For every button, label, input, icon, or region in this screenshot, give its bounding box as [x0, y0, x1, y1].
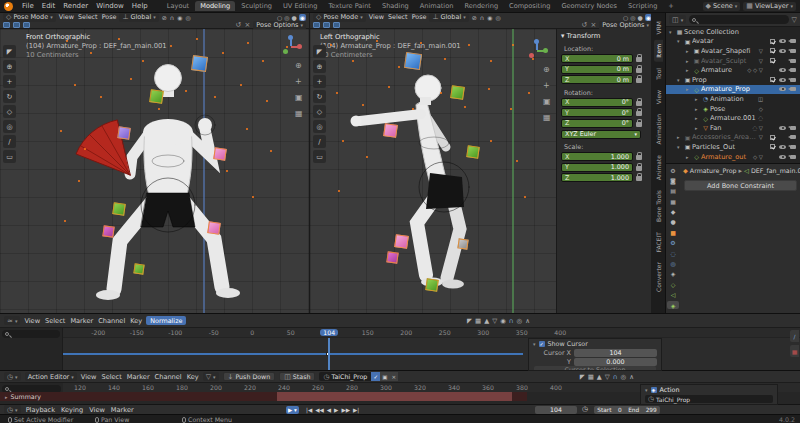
- location-field[interactable]: Z0 m: [561, 75, 633, 84]
- sidebar-tab[interactable]: Tool: [654, 64, 663, 84]
- graph-header-icon[interactable]: ∧: [525, 317, 530, 325]
- viewport-side-icons[interactable]: ⊕ + ▣ ▦: [295, 61, 303, 118]
- graph-header-icon[interactable]: ∩: [509, 317, 514, 325]
- cursor-y-field[interactable]: 0.000: [574, 358, 657, 366]
- viewport-menu[interactable]: Select: [78, 13, 98, 21]
- unlink-action-icon[interactable]: ×: [389, 372, 398, 381]
- viewport-tool-button[interactable]: +: [3, 75, 16, 88]
- outliner-row[interactable]: ▾ ▦ Scene Collection: [666, 27, 800, 37]
- action-name-field[interactable]: ◷TaiChi_Prop: [319, 372, 371, 381]
- camera-icon[interactable]: [790, 126, 796, 130]
- graph-header-icon[interactable]: ▽: [492, 317, 497, 325]
- tool-setting-icon[interactable]: [13, 22, 20, 28]
- scene-selector[interactable]: ◆Scene▾: [703, 2, 741, 11]
- lock-icon[interactable]: [636, 111, 642, 116]
- workspace-tab[interactable]: Modeling: [195, 1, 235, 11]
- camera-icon[interactable]: [790, 155, 796, 159]
- viewport-tool-button[interactable]: ⊕: [3, 60, 16, 73]
- checkbox-icon[interactable]: [770, 77, 775, 82]
- camera-icon[interactable]: [790, 145, 796, 149]
- properties-tab-icon[interactable]: ◁: [667, 291, 679, 299]
- shading-icon[interactable]: ◉: [299, 14, 306, 21]
- outliner-row[interactable]: ▸ ▣ Accessories_Area_Reference ▽: [666, 133, 800, 143]
- sidebar-tab[interactable]: VRM: [654, 17, 663, 38]
- transport-button[interactable]: ◀: [327, 407, 331, 413]
- frame-range-fields[interactable]: Start0 End299: [594, 406, 660, 414]
- dope-menu[interactable]: Key: [187, 373, 199, 381]
- auto-key-icon[interactable]: ◷: [582, 405, 588, 413]
- outliner-row[interactable]: ▸ ◔ Animation ◫: [666, 94, 800, 104]
- camera-icon[interactable]: [790, 87, 796, 91]
- dope-menu[interactable]: Channel: [155, 373, 182, 381]
- workspace-tab[interactable]: Texture Paint: [323, 1, 376, 11]
- outliner-row[interactable]: ▸ ▣ Avatar_Shapefi ▽: [666, 46, 800, 56]
- camera-icon[interactable]: [790, 49, 796, 53]
- workspace-tab[interactable]: Layout: [162, 1, 194, 11]
- viewport-tool-button[interactable]: ◇: [3, 105, 16, 118]
- properties-tab-icon[interactable]: ◙: [667, 176, 679, 184]
- navigation-gizmo[interactable]: [526, 39, 548, 61]
- viewport-tool-button[interactable]: ◤: [3, 45, 16, 58]
- checkbox-icon[interactable]: [770, 144, 775, 149]
- checkbox-icon[interactable]: [770, 58, 775, 63]
- outliner-row[interactable]: ▸ ◇ Armature_Prop: [666, 85, 800, 95]
- rotation-field[interactable]: Z0°: [561, 119, 633, 128]
- snap-icon[interactable]: ∩: [480, 14, 484, 21]
- lock-icon[interactable]: [636, 166, 642, 171]
- viewport-tool-button[interactable]: ◎: [313, 120, 326, 133]
- timeline-menu[interactable]: Playback: [26, 406, 55, 414]
- snap-icon[interactable]: ◉: [487, 14, 492, 21]
- fake-user-toggle[interactable]: ✓: [371, 372, 380, 381]
- properties-tab-icon[interactable]: ●: [667, 218, 679, 226]
- properties-tab-icon[interactable]: ◈: [667, 270, 679, 278]
- outliner-search-input[interactable]: [689, 15, 788, 24]
- lock-icon[interactable]: [636, 155, 642, 160]
- graph-header-icon[interactable]: ▦: [475, 317, 481, 325]
- drivers-tab-icon[interactable]: ▦: [790, 345, 799, 357]
- viewport-side-icons[interactable]: ⊕ + ▣ ▦: [543, 65, 551, 122]
- navigation-gizmo[interactable]: [280, 35, 302, 57]
- transport-button[interactable]: ▶▶: [341, 407, 350, 413]
- scale-field[interactable]: X1.000: [561, 152, 633, 161]
- outliner-row[interactable]: ▸ ◇ Armature ◇ ◇ ▽: [666, 65, 800, 75]
- graph-menu[interactable]: Marker: [70, 317, 93, 325]
- properties-tab-icon[interactable]: ▤: [667, 187, 679, 195]
- workspace-tab[interactable]: Shading: [377, 1, 414, 11]
- eye-icon[interactable]: [779, 78, 786, 82]
- action-name-field[interactable]: ◷TaiChi_Prop: [645, 395, 773, 403]
- scale-field[interactable]: Z1.000: [561, 173, 633, 182]
- tool-setting-icon[interactable]: [323, 22, 330, 28]
- tool-setting-icon[interactable]: [23, 22, 30, 28]
- lock-icon[interactable]: [636, 57, 642, 62]
- viewport-menu[interactable]: Select: [388, 13, 408, 21]
- workspace-tab[interactable]: Compositing: [504, 1, 555, 11]
- outliner-row[interactable]: ▾ ▣ Prop: [666, 75, 800, 85]
- snap-icon[interactable]: ◎: [495, 14, 500, 21]
- viewport-tool-button[interactable]: +: [313, 75, 326, 88]
- push-down-button[interactable]: ↓Push Down: [223, 372, 276, 381]
- transport-button[interactable]: |◀: [306, 407, 312, 413]
- viewport-tool-button[interactable]: ∕: [313, 135, 326, 148]
- properties-tab-icon[interactable]: ◇: [667, 280, 679, 288]
- fcurve-line[interactable]: [63, 353, 523, 355]
- action-editor-mode-dropdown[interactable]: Action Editor▾: [25, 372, 77, 381]
- pan-icon[interactable]: +: [295, 77, 303, 86]
- location-field[interactable]: X0 m: [561, 54, 633, 63]
- eye-icon[interactable]: [779, 68, 786, 72]
- zoom-icon[interactable]: ⊕: [295, 61, 303, 70]
- outliner-row[interactable]: ▸ ◇ Armature.001 ◌: [666, 113, 800, 123]
- topbar-menu[interactable]: Help: [128, 2, 152, 10]
- sidebar-tab[interactable]: Bone Tools: [654, 186, 663, 226]
- rotation-field[interactable]: Y0°: [561, 108, 633, 117]
- dope-header-icon[interactable]: ∧: [629, 373, 634, 381]
- graph-menu[interactable]: View: [24, 317, 40, 325]
- topbar-menu[interactable]: Render: [59, 2, 92, 10]
- editor-type-dropdown[interactable]: ≈▾: [4, 316, 20, 325]
- rotation-mode-dropdown[interactable]: XYZ Euler▾: [561, 130, 641, 139]
- snap-icon[interactable]: ◎: [185, 14, 190, 21]
- dope-header-icon[interactable]: ◤: [580, 373, 585, 381]
- cursor-x-field[interactable]: 104: [574, 349, 657, 357]
- dope-header-icon[interactable]: ▲: [597, 373, 602, 381]
- snap-icon[interactable]: ⊘: [472, 14, 477, 21]
- outliner-row[interactable]: ▸ ▣ Avatar_Sculpt ▽: [666, 56, 800, 66]
